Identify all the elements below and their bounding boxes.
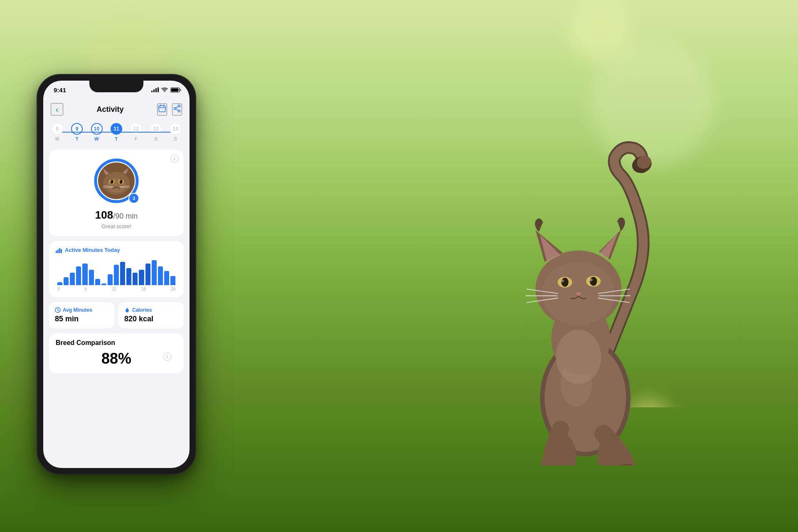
stat-title-minutes: Avg Minutes bbox=[55, 307, 108, 313]
chart-bar-18 bbox=[170, 276, 175, 286]
day-item-wed[interactable]: 10 W bbox=[91, 123, 103, 141]
day-label-tue: T bbox=[76, 136, 79, 141]
svg-point-57 bbox=[120, 180, 123, 184]
stat-card-calories: Calories 820 kcal bbox=[118, 302, 184, 328]
activity-chart-card: Active Minutes Today 0 6 12 18 24 bbox=[49, 241, 184, 297]
chart-area: 0 6 12 18 24 bbox=[56, 258, 177, 291]
breed-comparison-percentage: 88% bbox=[56, 350, 177, 367]
chart-bar-12 bbox=[133, 273, 138, 285]
svg-point-40 bbox=[174, 107, 176, 109]
svg-point-19 bbox=[562, 278, 569, 287]
signal-icon bbox=[151, 87, 159, 92]
pet-avatar-container: 3 bbox=[56, 158, 177, 204]
x-axis: 0 6 12 18 24 bbox=[56, 285, 177, 291]
svg-point-38 bbox=[178, 105, 180, 107]
svg-rect-34 bbox=[159, 106, 165, 112]
svg-line-41 bbox=[176, 106, 178, 108]
page-title: Activity bbox=[96, 105, 123, 114]
day-num-tue: 9 bbox=[71, 123, 83, 135]
chart-bar-15 bbox=[152, 260, 157, 285]
stats-row: Avg Minutes 85 min Calories 820 kcal bbox=[49, 302, 184, 328]
day-num-mon: 8 bbox=[52, 123, 63, 135]
day-num-sat: 13 bbox=[150, 123, 162, 135]
day-item-tue[interactable]: 9 T bbox=[71, 123, 83, 141]
svg-point-39 bbox=[178, 110, 180, 112]
chart-bar-3 bbox=[76, 266, 81, 285]
breed-comparison-title: Breed Comparison bbox=[56, 339, 177, 347]
day-label-wed: W bbox=[94, 136, 99, 141]
chart-bar-17 bbox=[164, 271, 169, 285]
battery-icon bbox=[170, 87, 181, 93]
calendar-button[interactable] bbox=[157, 103, 167, 116]
svg-point-22 bbox=[590, 277, 597, 286]
stat-value-minutes: 85 min bbox=[55, 315, 108, 323]
chart-bar-14 bbox=[145, 264, 150, 286]
day-label-sun: S bbox=[174, 136, 177, 141]
chart-bar-9 bbox=[114, 265, 119, 285]
chart-bar-5 bbox=[89, 270, 94, 286]
avatar-ring: 3 bbox=[94, 158, 139, 204]
score-goal: /90 min bbox=[113, 212, 138, 220]
svg-point-31 bbox=[556, 330, 601, 384]
share-icon bbox=[173, 104, 181, 113]
calendar-icon bbox=[158, 104, 166, 113]
bar-chart-icon bbox=[56, 247, 62, 253]
chart-bar-6 bbox=[95, 279, 100, 285]
svg-line-70 bbox=[58, 310, 59, 311]
svg-point-58 bbox=[120, 180, 121, 182]
stat-title-calories: Calories bbox=[124, 307, 178, 313]
app-header: ‹ Activity bbox=[43, 99, 190, 120]
day-num-thu: 11 bbox=[111, 123, 122, 135]
stat-value-calories: 820 kcal bbox=[124, 315, 178, 323]
main-content: i bbox=[43, 145, 190, 468]
svg-rect-66 bbox=[59, 248, 60, 253]
svg-rect-65 bbox=[57, 249, 59, 253]
svg-rect-33 bbox=[171, 88, 179, 91]
day-item-thu[interactable]: 11 T bbox=[111, 123, 122, 141]
status-time: 9:41 bbox=[54, 86, 66, 94]
chart-bar-16 bbox=[158, 266, 163, 285]
day-num-fri: 12 bbox=[130, 123, 142, 135]
day-item-sat[interactable]: 13 S bbox=[150, 123, 162, 141]
day-num-wed: 10 bbox=[91, 123, 103, 135]
phone-device: 9:41 bbox=[37, 75, 195, 474]
share-button[interactable] bbox=[172, 103, 182, 116]
chart-bar-8 bbox=[108, 274, 113, 285]
score-current: 108 bbox=[95, 209, 113, 221]
score-card: i bbox=[49, 150, 184, 236]
chart-bar-0 bbox=[57, 282, 62, 286]
chart-bar-2 bbox=[70, 273, 75, 285]
chart-bar-7 bbox=[101, 283, 106, 285]
day-label-sat: S bbox=[154, 136, 157, 141]
score-value: 108/90 min bbox=[56, 209, 177, 222]
svg-rect-67 bbox=[61, 249, 62, 253]
pet-avatar-cat bbox=[98, 163, 135, 199]
day-item-mon[interactable]: 8 M bbox=[52, 123, 63, 141]
svg-point-54 bbox=[111, 180, 113, 184]
header-actions bbox=[157, 103, 182, 116]
chart-bar-11 bbox=[126, 268, 131, 285]
day-item-fri[interactable]: 12 F bbox=[130, 123, 142, 141]
svg-point-23 bbox=[590, 278, 593, 281]
streak-badge: 3 bbox=[128, 193, 139, 204]
stat-card-minutes: Avg Minutes 85 min bbox=[49, 302, 114, 328]
day-num-sun: 14 bbox=[170, 123, 181, 135]
bars-container bbox=[56, 258, 177, 285]
score-label: Great score! bbox=[56, 223, 177, 229]
back-button[interactable]: ‹ bbox=[51, 103, 63, 116]
day-item-sun[interactable]: 14 S bbox=[170, 123, 181, 141]
breed-comparison-card: Breed Comparison 88% i bbox=[49, 333, 184, 373]
day-label-mon: M bbox=[55, 136, 59, 141]
breed-info-icon[interactable]: i bbox=[163, 352, 171, 361]
pet-avatar-image bbox=[98, 163, 135, 199]
wifi-icon bbox=[161, 87, 168, 92]
svg-point-20 bbox=[562, 279, 564, 282]
cat-illustration bbox=[449, 58, 740, 474]
week-selector[interactable]: 8 M 9 T 10 W 11 T 12 F 13 S bbox=[43, 120, 190, 145]
chart-title: Active Minutes Today bbox=[56, 247, 177, 253]
day-label-thu: T bbox=[115, 136, 118, 141]
clock-icon bbox=[55, 307, 61, 313]
flame-icon bbox=[124, 307, 130, 313]
svg-line-42 bbox=[176, 109, 178, 111]
notch bbox=[89, 81, 143, 92]
